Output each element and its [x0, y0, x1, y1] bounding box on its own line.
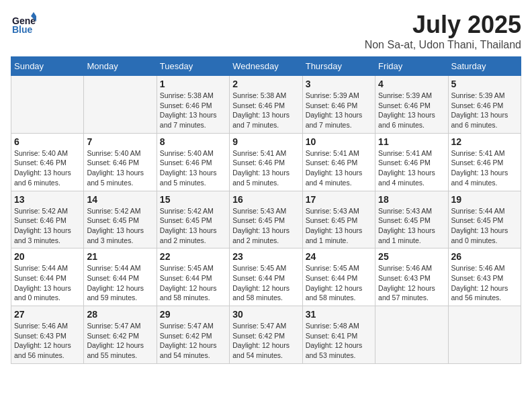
calendar-cell: 2Sunrise: 5:38 AM Sunset: 6:46 PM Daylig… [230, 76, 302, 134]
day-number: 19 [451, 194, 518, 205]
calendar-cell [375, 306, 448, 364]
day-detail: Sunrise: 5:45 AM Sunset: 6:44 PM Dayligh… [160, 263, 226, 303]
day-detail: Sunrise: 5:45 AM Sunset: 6:44 PM Dayligh… [232, 263, 299, 303]
day-detail: Sunrise: 5:46 AM Sunset: 6:43 PM Dayligh… [451, 263, 518, 303]
day-number: 21 [87, 251, 153, 262]
calendar-cell: 10Sunrise: 5:41 AM Sunset: 6:46 PM Dayli… [302, 133, 375, 191]
day-detail: Sunrise: 5:41 AM Sunset: 6:46 PM Dayligh… [378, 148, 445, 188]
day-number: 14 [87, 194, 153, 205]
calendar-cell: 22Sunrise: 5:45 AM Sunset: 6:44 PM Dayli… [157, 248, 229, 306]
day-detail: Sunrise: 5:44 AM Sunset: 6:45 PM Dayligh… [451, 206, 518, 246]
day-number: 2 [232, 79, 299, 89]
header-friday: Friday [375, 57, 448, 76]
day-number: 1 [160, 79, 226, 89]
week-row-4: 20Sunrise: 5:44 AM Sunset: 6:44 PM Dayli… [11, 248, 521, 306]
calendar-cell: 18Sunrise: 5:43 AM Sunset: 6:45 PM Dayli… [375, 191, 448, 248]
day-number: 24 [306, 251, 372, 262]
header-thursday: Thursday [302, 57, 375, 76]
header-saturday: Saturday [448, 57, 521, 76]
day-number: 27 [14, 309, 81, 320]
week-row-2: 6Sunrise: 5:40 AM Sunset: 6:46 PM Daylig… [11, 133, 521, 191]
logo-icon: General Blue [11, 11, 36, 39]
calendar-cell: 16Sunrise: 5:43 AM Sunset: 6:45 PM Dayli… [230, 191, 302, 248]
calendar-cell [84, 76, 157, 134]
day-detail: Sunrise: 5:47 AM Sunset: 6:42 PM Dayligh… [87, 321, 153, 361]
svg-text:Blue: Blue [12, 24, 33, 35]
day-number: 7 [87, 136, 153, 147]
calendar-table: SundayMondayTuesdayWednesdayThursdayFrid… [11, 56, 521, 364]
day-number: 16 [232, 194, 299, 205]
calendar-cell: 21Sunrise: 5:44 AM Sunset: 6:44 PM Dayli… [84, 248, 157, 306]
day-detail: Sunrise: 5:38 AM Sunset: 6:46 PM Dayligh… [160, 91, 226, 130]
day-detail: Sunrise: 5:43 AM Sunset: 6:45 PM Dayligh… [306, 206, 372, 246]
day-detail: Sunrise: 5:39 AM Sunset: 6:46 PM Dayligh… [306, 91, 372, 130]
calendar-cell: 8Sunrise: 5:40 AM Sunset: 6:46 PM Daylig… [157, 133, 229, 191]
day-number: 17 [306, 194, 372, 205]
calendar-cell: 11Sunrise: 5:41 AM Sunset: 6:46 PM Dayli… [375, 133, 448, 191]
header-monday: Monday [84, 57, 157, 76]
day-number: 26 [451, 251, 518, 262]
day-detail: Sunrise: 5:46 AM Sunset: 6:43 PM Dayligh… [14, 321, 81, 361]
title-area: July 2025 Non Sa-at, Udon Thani, Thailan… [365, 11, 521, 51]
day-number: 30 [232, 309, 299, 320]
day-number: 3 [306, 79, 372, 89]
calendar-cell: 12Sunrise: 5:41 AM Sunset: 6:46 PM Dayli… [448, 133, 521, 191]
day-number: 25 [378, 251, 445, 262]
day-detail: Sunrise: 5:47 AM Sunset: 6:42 PM Dayligh… [160, 321, 226, 361]
day-number: 9 [232, 136, 299, 147]
week-row-3: 13Sunrise: 5:42 AM Sunset: 6:46 PM Dayli… [11, 191, 521, 248]
calendar-cell: 9Sunrise: 5:41 AM Sunset: 6:46 PM Daylig… [230, 133, 302, 191]
location-subtitle: Non Sa-at, Udon Thani, Thailand [365, 39, 521, 51]
logo: General Blue [11, 11, 36, 39]
calendar-cell: 3Sunrise: 5:39 AM Sunset: 6:46 PM Daylig… [302, 76, 375, 134]
day-number: 29 [160, 309, 226, 320]
weekday-header-row: SundayMondayTuesdayWednesdayThursdayFrid… [11, 57, 521, 76]
calendar-cell: 17Sunrise: 5:43 AM Sunset: 6:45 PM Dayli… [302, 191, 375, 248]
day-detail: Sunrise: 5:47 AM Sunset: 6:42 PM Dayligh… [232, 321, 299, 361]
calendar-cell: 7Sunrise: 5:40 AM Sunset: 6:46 PM Daylig… [84, 133, 157, 191]
calendar-cell: 1Sunrise: 5:38 AM Sunset: 6:46 PM Daylig… [157, 76, 229, 134]
day-detail: Sunrise: 5:46 AM Sunset: 6:43 PM Dayligh… [378, 263, 445, 303]
calendar-cell: 4Sunrise: 5:39 AM Sunset: 6:46 PM Daylig… [375, 76, 448, 134]
day-detail: Sunrise: 5:48 AM Sunset: 6:41 PM Dayligh… [306, 321, 372, 361]
day-number: 4 [378, 79, 445, 89]
day-detail: Sunrise: 5:40 AM Sunset: 6:46 PM Dayligh… [160, 148, 226, 188]
day-detail: Sunrise: 5:39 AM Sunset: 6:46 PM Dayligh… [378, 91, 445, 130]
month-year-title: July 2025 [365, 11, 521, 39]
calendar-cell: 27Sunrise: 5:46 AM Sunset: 6:43 PM Dayli… [11, 306, 84, 364]
day-number: 6 [14, 136, 81, 147]
day-detail: Sunrise: 5:42 AM Sunset: 6:45 PM Dayligh… [160, 206, 226, 246]
calendar-cell: 15Sunrise: 5:42 AM Sunset: 6:45 PM Dayli… [157, 191, 229, 248]
day-number: 12 [451, 136, 518, 147]
day-detail: Sunrise: 5:44 AM Sunset: 6:44 PM Dayligh… [87, 263, 153, 303]
calendar-cell: 20Sunrise: 5:44 AM Sunset: 6:44 PM Dayli… [11, 248, 84, 306]
day-number: 11 [378, 136, 445, 147]
day-detail: Sunrise: 5:42 AM Sunset: 6:46 PM Dayligh… [14, 206, 81, 246]
calendar-cell [11, 76, 84, 134]
calendar-cell: 31Sunrise: 5:48 AM Sunset: 6:41 PM Dayli… [302, 306, 375, 364]
day-number: 5 [451, 79, 518, 89]
calendar-cell: 6Sunrise: 5:40 AM Sunset: 6:46 PM Daylig… [11, 133, 84, 191]
day-detail: Sunrise: 5:40 AM Sunset: 6:46 PM Dayligh… [14, 148, 81, 188]
calendar-cell: 26Sunrise: 5:46 AM Sunset: 6:43 PM Dayli… [448, 248, 521, 306]
day-number: 10 [306, 136, 372, 147]
day-number: 31 [306, 309, 372, 320]
calendar-cell: 23Sunrise: 5:45 AM Sunset: 6:44 PM Dayli… [230, 248, 302, 306]
day-detail: Sunrise: 5:43 AM Sunset: 6:45 PM Dayligh… [378, 206, 445, 246]
calendar-cell: 28Sunrise: 5:47 AM Sunset: 6:42 PM Dayli… [84, 306, 157, 364]
week-row-1: 1Sunrise: 5:38 AM Sunset: 6:46 PM Daylig… [11, 76, 521, 134]
calendar-cell: 13Sunrise: 5:42 AM Sunset: 6:46 PM Dayli… [11, 191, 84, 248]
day-detail: Sunrise: 5:38 AM Sunset: 6:46 PM Dayligh… [232, 91, 299, 130]
day-detail: Sunrise: 5:41 AM Sunset: 6:46 PM Dayligh… [232, 148, 299, 188]
calendar-cell: 14Sunrise: 5:42 AM Sunset: 6:45 PM Dayli… [84, 191, 157, 248]
day-detail: Sunrise: 5:41 AM Sunset: 6:46 PM Dayligh… [451, 148, 518, 188]
day-number: 18 [378, 194, 445, 205]
svg-marker-2 [31, 12, 36, 16]
calendar-cell: 24Sunrise: 5:45 AM Sunset: 6:44 PM Dayli… [302, 248, 375, 306]
day-detail: Sunrise: 5:44 AM Sunset: 6:44 PM Dayligh… [14, 263, 81, 303]
day-detail: Sunrise: 5:41 AM Sunset: 6:46 PM Dayligh… [306, 148, 372, 188]
day-detail: Sunrise: 5:45 AM Sunset: 6:44 PM Dayligh… [306, 263, 372, 303]
day-number: 28 [87, 309, 153, 320]
header-wednesday: Wednesday [230, 57, 302, 76]
week-row-5: 27Sunrise: 5:46 AM Sunset: 6:43 PM Dayli… [11, 306, 521, 364]
